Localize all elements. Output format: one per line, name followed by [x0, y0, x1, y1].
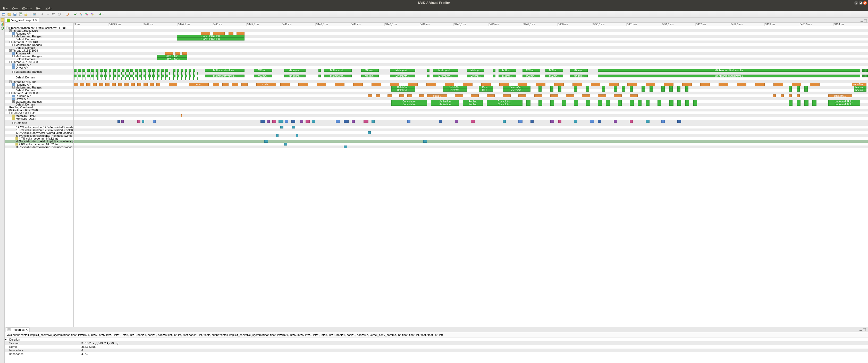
timeline-event[interactable]: Dele... — [479, 89, 493, 91]
timeline-event[interactable] — [144, 83, 147, 86]
timeline-event[interactable] — [87, 69, 90, 72]
tree-kernel[interactable]: 10.7% volta_scudnn_128x64_stridedB_split… — [5, 129, 73, 131]
timeline-event[interactable] — [169, 72, 170, 75]
timeline-event[interactable]: cudaStre... — [828, 94, 852, 97]
timeline-event[interactable] — [390, 83, 399, 86]
timeline-event[interactable] — [788, 103, 793, 106]
timeline-event[interactable]: MXImp... — [570, 69, 588, 72]
timeline-event[interactable] — [94, 77, 94, 80]
timeline-event[interactable]: MXImp... — [467, 69, 484, 72]
minimize-button[interactable] — [854, 1, 858, 5]
timeline-event[interactable] — [614, 94, 622, 97]
minimize-view-icon[interactable] — [860, 19, 863, 23]
timeline-event[interactable] — [97, 77, 98, 80]
timeline-event[interactable] — [407, 94, 412, 97]
timeline-event[interactable] — [90, 77, 90, 80]
timeline-event[interactable] — [83, 69, 85, 72]
timeline-event[interactable] — [598, 94, 606, 97]
timeline-lane[interactable]: cuda...cudaStre... — [74, 94, 868, 97]
timeline-event[interactable]: MXImperati... — [324, 69, 352, 72]
timeline-event[interactable] — [228, 32, 233, 35]
timeline-event[interactable]: backw... — [854, 86, 866, 89]
timeline-event[interactable] — [368, 131, 371, 134]
timeline-event[interactable] — [685, 100, 689, 103]
timeline-event[interactable] — [82, 77, 83, 80]
timeline-event[interactable] — [137, 72, 138, 75]
timeline-event[interactable] — [538, 86, 541, 89]
timeline-event[interactable] — [773, 83, 783, 86]
timeline-event[interactable] — [426, 83, 436, 86]
timeline-event[interactable] — [518, 83, 527, 86]
timeline-event[interactable] — [538, 100, 542, 103]
collapse-icon[interactable]: − — [9, 112, 11, 114]
timeline-event[interactable] — [193, 69, 195, 72]
timeline-event[interactable] — [538, 89, 541, 91]
timeline-event[interactable] — [135, 75, 137, 77]
timeline-event[interactable] — [161, 77, 162, 80]
timeline-event[interactable] — [318, 69, 321, 72]
timeline-event[interactable] — [503, 120, 506, 123]
timeline-lane[interactable] — [74, 131, 868, 134]
timeline-event[interactable]: cuda... — [189, 83, 209, 86]
tree-runtime-api[interactable]: Runtime API — [5, 83, 73, 86]
connect-button[interactable] — [32, 11, 37, 17]
timeline-event[interactable] — [550, 89, 553, 91]
timeline-event[interactable] — [865, 75, 866, 77]
tree-markers[interactable]: −Markers and Ranges — [5, 43, 73, 46]
timeline-event[interactable] — [526, 103, 530, 106]
timeline-event[interactable] — [161, 69, 164, 72]
timeline-event[interactable] — [118, 120, 120, 123]
timeline-event[interactable] — [609, 83, 619, 86]
timeline-event[interactable] — [104, 75, 107, 77]
import-button[interactable] — [24, 11, 29, 17]
timeline-lane[interactable] — [74, 140, 868, 143]
menu-window[interactable]: Window — [20, 6, 34, 10]
timeline-event[interactable] — [121, 120, 124, 123]
tree-default-domain[interactable]: Default Domain — [5, 75, 73, 80]
filter3-button[interactable] — [90, 11, 95, 17]
timeline-event[interactable]: Activation — [431, 103, 459, 106]
timeline-event[interactable] — [558, 89, 561, 91]
timeline-event[interactable] — [682, 83, 692, 86]
timeline-event[interactable] — [173, 69, 175, 72]
timeline-event[interactable] — [574, 100, 578, 103]
timeline-event[interactable] — [135, 69, 137, 72]
timeline-lane[interactable]: DeleteVa...DeleteVa...Dele...DeleteVari.… — [74, 89, 868, 91]
tree-default-domain[interactable]: Default Domain — [5, 38, 73, 40]
timeline-event[interactable] — [630, 100, 633, 103]
timeline-event[interactable] — [407, 120, 410, 123]
timeline-lane[interactable] — [74, 145, 868, 148]
timeline-event[interactable] — [189, 75, 191, 77]
timeline-event[interactable] — [574, 89, 577, 91]
timeline-event[interactable] — [83, 75, 85, 77]
timeline-event[interactable] — [550, 86, 553, 89]
timeline-event[interactable] — [149, 72, 150, 75]
timeline-event[interactable] — [144, 69, 146, 72]
timeline-event[interactable] — [867, 75, 868, 77]
tree-markers[interactable]: −Markers and Ranges — [5, 55, 73, 58]
timeline-event[interactable] — [118, 77, 118, 80]
timeline-event[interactable] — [177, 77, 178, 80]
timeline-event[interactable]: Convolution — [391, 103, 427, 106]
timeline-event[interactable] — [642, 86, 645, 89]
timeline-event[interactable] — [124, 83, 128, 86]
timeline-event[interactable] — [113, 77, 114, 80]
timeline-event[interactable] — [113, 75, 116, 77]
timeline-lane[interactable] — [74, 49, 868, 52]
timeline-event[interactable]: cuda... — [256, 83, 276, 86]
collapse-icon[interactable]: − — [9, 49, 11, 52]
collapse-icon[interactable]: − — [9, 61, 11, 63]
close-tab-icon[interactable]: ✕ — [35, 19, 37, 22]
timeline-event[interactable] — [810, 83, 819, 86]
timeline-event[interactable] — [201, 32, 210, 35]
timeline-event[interactable]: DeleteVa... — [443, 86, 467, 89]
timeline-event[interactable] — [574, 120, 577, 123]
timeline-event[interactable] — [96, 69, 98, 72]
timeline-event[interactable] — [427, 75, 430, 77]
collapse-icon[interactable]: − — [6, 27, 8, 29]
timeline-event[interactable] — [677, 86, 680, 89]
timeline-lane[interactable] — [74, 40, 868, 43]
timeline-event[interactable]: DeleteVari... — [503, 86, 530, 89]
timeline-event[interactable]: MXImp... — [523, 69, 540, 72]
timeline-event[interactable] — [336, 120, 340, 123]
